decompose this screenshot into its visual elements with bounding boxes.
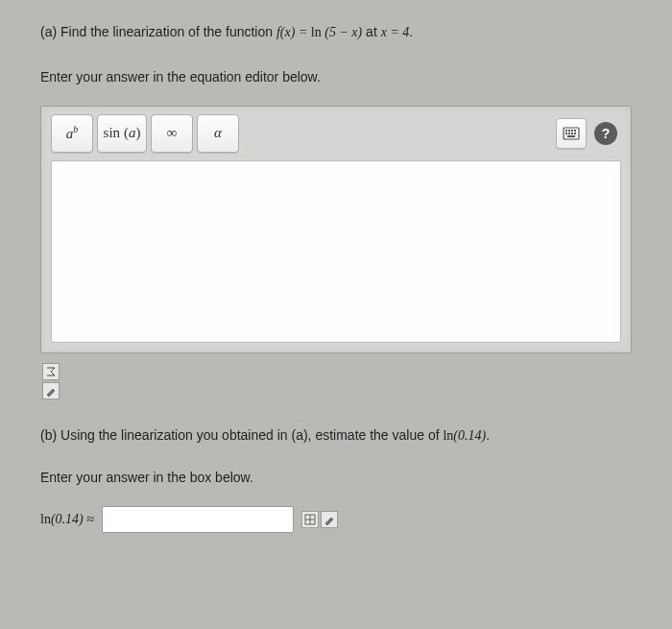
svg-rect-4 [574, 130, 576, 132]
keyboard-button[interactable] [556, 118, 587, 149]
alpha-button[interactable]: α [197, 114, 239, 153]
calc-tool-1[interactable] [301, 511, 319, 528]
target-expression: ln(0.14) [443, 428, 486, 443]
part-a-text-mid: at [366, 24, 381, 39]
trig-button[interactable]: sin (a) [97, 114, 147, 153]
svg-rect-3 [571, 130, 573, 132]
help-button[interactable]: ? [590, 118, 621, 149]
svg-rect-6 [568, 133, 570, 134]
part-a-prompt: (a) Find the linearization of the functi… [40, 23, 632, 42]
point-expression: x = 4 [381, 25, 410, 39]
exponent-button[interactable]: ab [51, 114, 93, 153]
svg-rect-2 [568, 130, 570, 132]
part-a-text-pre: Find the linearization of the function [60, 24, 276, 39]
editor-side-tools [42, 363, 632, 399]
answer-input[interactable] [102, 506, 294, 533]
part-b-text-pre: Using the linearization you obtained in … [60, 427, 443, 443]
svg-rect-8 [574, 133, 576, 134]
part-a-label: (a) [40, 24, 57, 39]
part-b-suffix: . [486, 427, 490, 443]
equation-editor: ab sin (a) ∞ α ? [40, 106, 632, 353]
infinity-button[interactable]: ∞ [151, 114, 193, 153]
pencil-icon [324, 514, 335, 525]
grid-icon [304, 514, 316, 525]
answer-row: ln(0.14) ≈ [40, 506, 632, 533]
sigma-icon [45, 366, 57, 377]
keyboard-icon [563, 127, 580, 140]
svg-rect-5 [565, 133, 567, 134]
part-a-instruction: Enter your answer in the equation editor… [40, 69, 632, 85]
part-b-instruction: Enter your answer in the box below. [40, 470, 632, 485]
function-expression: f(x) = ln (5 − x) [276, 25, 362, 39]
equation-toolbar: ab sin (a) ∞ α ? [51, 114, 621, 153]
equation-input-area[interactable] [51, 160, 621, 343]
svg-rect-1 [565, 130, 567, 132]
equation-tool-1[interactable] [42, 363, 60, 380]
calc-tool-2[interactable] [321, 511, 338, 528]
pencil-icon [45, 385, 57, 397]
answer-prefix: ln(0.14) ≈ [40, 512, 94, 527]
part-b-label: (b) [40, 427, 57, 443]
part-a-suffix: . [409, 24, 413, 39]
part-b-prompt: (b) Using the linearization you obtained… [40, 426, 632, 446]
help-icon: ? [594, 122, 617, 145]
svg-rect-7 [571, 133, 573, 134]
svg-rect-9 [567, 135, 575, 137]
equation-tool-2[interactable] [42, 382, 60, 399]
